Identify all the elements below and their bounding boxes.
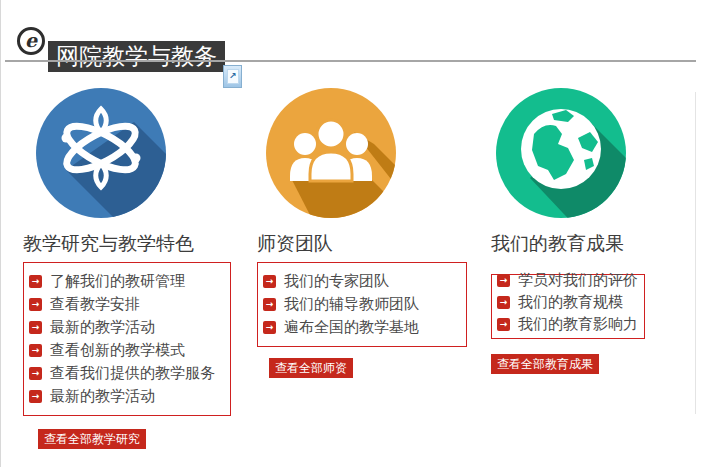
atom-icon bbox=[36, 88, 166, 218]
column-faculty-team: 师资团队 → 我们的专家团队 → 我们的辅导教师团队 → 遍布全国的教学基地 查… bbox=[257, 88, 469, 378]
link-teaching-research-5[interactable]: 查看我们提供的教学服务 bbox=[50, 364, 215, 383]
link-teaching-research-2[interactable]: 查看教学安排 bbox=[50, 295, 140, 314]
link-box: → 我们的专家团队 → 我们的辅导教师团队 → 遍布全国的教学基地 bbox=[257, 262, 467, 347]
globe-icon bbox=[496, 88, 626, 218]
link-teaching-research-4[interactable]: 查看创新的教学模式 bbox=[50, 341, 185, 360]
people-icon bbox=[266, 88, 396, 218]
list-item: → 查看教学安排 bbox=[29, 293, 225, 316]
link-box: → 了解我们的教研管理 → 查看教学安排 → 最新的教学活动 → 查看创新的教学… bbox=[23, 262, 231, 416]
page: e 网院教学与教务 ↗ 教学研究与教学特色 bbox=[0, 0, 713, 467]
link-teaching-research-1[interactable]: 了解我们的教研管理 bbox=[50, 272, 185, 291]
link-achievements-2[interactable]: 我们的教育规模 bbox=[518, 293, 623, 312]
view-all-teaching-research-button[interactable]: 查看全部教学研究 bbox=[38, 429, 146, 449]
column-education-achievements: 我们的教育成果 → 学员对我们的评价 → 我们的教育规模 → 我们的教育影响力 … bbox=[491, 88, 696, 374]
list-item: → 我们的教育规模 bbox=[497, 291, 639, 313]
link-achievements-3[interactable]: 我们的教育影响力 bbox=[518, 315, 638, 334]
open-new-window-icon[interactable]: ↗ bbox=[223, 65, 242, 88]
open-new-window-icon-inner: ↗ bbox=[227, 69, 239, 84]
link-box: → 学员对我们的评价 → 我们的教育规模 → 我们的教育影响力 bbox=[491, 274, 645, 339]
header-divider bbox=[5, 60, 696, 62]
arrow-up-right-icon: ↗ bbox=[229, 72, 237, 81]
arrow-bullet-icon: → bbox=[29, 321, 42, 334]
arrow-bullet-icon: → bbox=[263, 298, 276, 311]
view-all-faculty-button[interactable]: 查看全部师资 bbox=[269, 358, 353, 378]
list-item: → 遍布全国的教学基地 bbox=[263, 316, 461, 339]
link-list: → 我们的专家团队 → 我们的辅导教师团队 → 遍布全国的教学基地 bbox=[263, 270, 461, 339]
arrow-bullet-icon: → bbox=[29, 344, 42, 357]
list-item: → 查看创新的教学模式 bbox=[29, 339, 225, 362]
arrow-bullet-icon: → bbox=[29, 275, 42, 288]
list-item: → 了解我们的教研管理 bbox=[29, 270, 225, 293]
list-item: → 最新的教学活动 bbox=[29, 385, 225, 408]
column-teaching-research: 教学研究与教学特色 → 了解我们的教研管理 → 查看教学安排 → 最新的教学活动… bbox=[23, 88, 231, 449]
ie-logo-letter: e bbox=[25, 31, 37, 50]
list-item: → 我们的专家团队 bbox=[263, 270, 461, 293]
list-item: → 我们的辅导教师团队 bbox=[263, 293, 461, 316]
link-faculty-3[interactable]: 遍布全国的教学基地 bbox=[284, 318, 419, 337]
arrow-bullet-icon: → bbox=[263, 321, 276, 334]
column-heading: 师资团队 bbox=[257, 231, 469, 255]
link-achievements-1[interactable]: 学员对我们的评价 bbox=[518, 271, 638, 290]
arrow-bullet-icon: → bbox=[497, 296, 510, 309]
link-list: → 了解我们的教研管理 → 查看教学安排 → 最新的教学活动 → 查看创新的教学… bbox=[29, 270, 225, 408]
arrow-bullet-icon: → bbox=[497, 274, 510, 287]
list-item: → 学员对我们的评价 bbox=[497, 269, 639, 291]
list-item: → 我们的教育影响力 bbox=[497, 313, 639, 335]
link-faculty-1[interactable]: 我们的专家团队 bbox=[284, 272, 389, 291]
arrow-bullet-icon: → bbox=[29, 367, 42, 380]
page-title: 网院教学与教务 bbox=[48, 41, 225, 72]
view-all-achievements-button[interactable]: 查看全部教育成果 bbox=[491, 354, 599, 374]
link-faculty-2[interactable]: 我们的辅导教师团队 bbox=[284, 295, 419, 314]
link-teaching-research-3[interactable]: 最新的教学活动 bbox=[50, 318, 155, 337]
link-list: → 学员对我们的评价 → 我们的教育规模 → 我们的教育影响力 bbox=[497, 269, 639, 335]
arrow-bullet-icon: → bbox=[263, 275, 276, 288]
link-teaching-research-6[interactable]: 最新的教学活动 bbox=[50, 387, 155, 406]
column-heading: 我们的教育成果 bbox=[491, 231, 696, 255]
column-heading: 教学研究与教学特色 bbox=[23, 231, 231, 255]
arrow-bullet-icon: → bbox=[497, 318, 510, 331]
list-item: → 查看我们提供的教学服务 bbox=[29, 362, 225, 385]
arrow-bullet-icon: → bbox=[29, 298, 42, 311]
arrow-bullet-icon: → bbox=[29, 390, 42, 403]
list-item: → 最新的教学活动 bbox=[29, 316, 225, 339]
ie-logo-icon: e bbox=[17, 27, 45, 55]
